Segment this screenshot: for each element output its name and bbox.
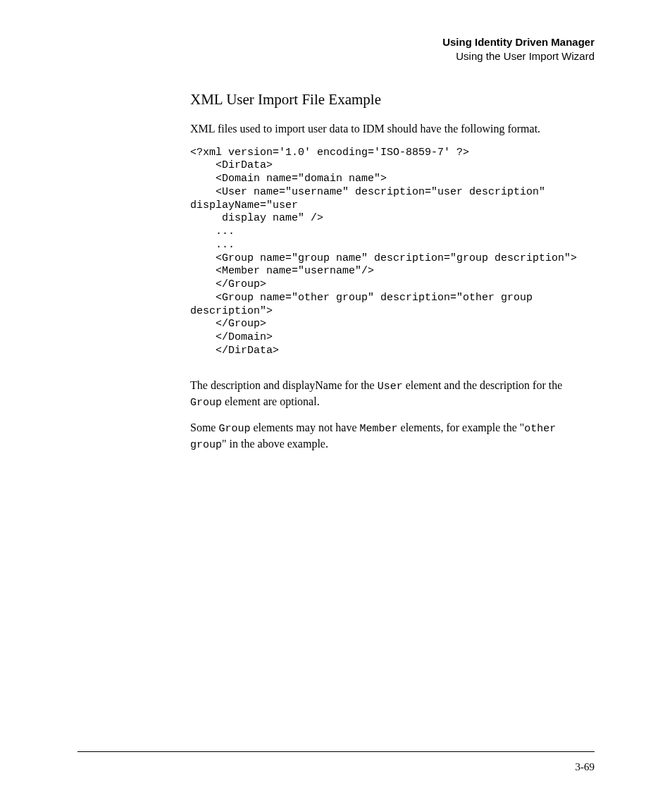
header-title: Using Identity Driven Manager [77,35,595,49]
header-subtitle: Using the User Import Wizard [77,49,595,63]
page-number: 3-69 [575,761,595,773]
code-inline-member: Member [360,423,398,435]
text-run: element are optional. [222,395,320,407]
code-inline-group: Group [190,397,222,409]
code-inline-user: User [378,381,403,393]
intro-paragraph: XML files used to import user data to ID… [190,121,595,137]
section-title: XML User Import File Example [190,91,595,109]
text-run: elements may not have [250,421,359,433]
document-page: Using Identity Driven Manager Using the … [0,0,672,453]
text-run: The description and displayName for the [190,379,378,391]
description-paragraph-1: The description and displayName for the … [190,378,595,411]
text-run: element and the description for the [403,379,563,391]
code-inline-group: Group [218,423,250,435]
footer-divider [77,751,595,752]
xml-code-example: <?xml version='1.0' encoding='ISO-8859-7… [190,147,595,358]
main-content: XML User Import File Example XML files u… [190,91,595,453]
text-run: elements, for example the " [398,421,525,433]
page-header: Using Identity Driven Manager Using the … [77,35,595,63]
text-run: Some [190,421,218,433]
text-run: " in the above example. [222,438,328,450]
description-paragraph-2: Some Group elements may not have Member … [190,420,595,453]
